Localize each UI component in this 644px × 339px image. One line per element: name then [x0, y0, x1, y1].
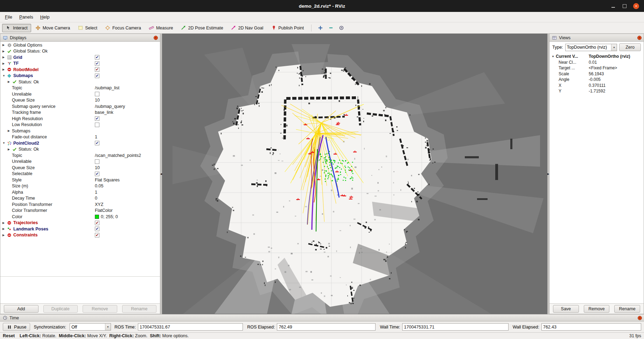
chevron-down-icon[interactable]: ▾ [611, 44, 617, 51]
views-row[interactable]: Angle-0.005 [550, 77, 644, 83]
property-row[interactable]: ▶Grid [0, 54, 160, 61]
menu-help[interactable]: Help [37, 13, 53, 21]
display-row[interactable]: ▶Status: Ok [0, 79, 160, 85]
property-value[interactable]: /scan_matched_points2 [95, 153, 141, 158]
remove-view-button[interactable]: Remove [584, 305, 610, 313]
property-row[interactable]: ▼PointCloud2 [0, 140, 160, 146]
time-field-input[interactable] [277, 323, 376, 331]
property-value[interactable]: Flat Squares [95, 178, 120, 182]
tool-measure[interactable]: Measure [145, 24, 177, 32]
checkbox[interactable] [95, 123, 99, 127]
expand-arrow-icon[interactable]: ▶ [7, 148, 12, 151]
property-row[interactable]: Topic/submap_list [0, 85, 160, 91]
property-value[interactable]: 1 [95, 134, 97, 139]
checkbox[interactable] [95, 227, 99, 231]
3d-viewport[interactable] [162, 34, 547, 314]
property-row[interactable]: Tracking framebase_link [0, 110, 160, 116]
property-row[interactable]: Color0; 255; 0 [0, 214, 160, 220]
time-field-input[interactable] [138, 323, 243, 331]
property-row[interactable]: ▶Trajectories [0, 220, 160, 226]
display-row[interactable]: ▶Global Options [0, 42, 160, 48]
collapse-arrow-icon[interactable]: ▼ [2, 74, 7, 77]
views-row-value[interactable]: TopDownOrtho (rviz) [589, 54, 630, 59]
property-value[interactable]: FlatColor [95, 208, 113, 213]
minimize-icon[interactable] [610, 3, 616, 9]
checkbox[interactable] [95, 159, 99, 164]
property-value[interactable]: XYZ [95, 202, 103, 207]
property-row[interactable]: Selectable [0, 171, 160, 177]
views-row-value[interactable]: <Fixed Frame> [589, 65, 617, 70]
views-panel-close-icon[interactable] [637, 36, 642, 40]
views-row-value[interactable]: 56.1943 [589, 71, 604, 76]
checkbox[interactable] [95, 92, 99, 96]
property-row[interactable]: Fade-out distance1 [0, 134, 160, 140]
property-value[interactable]: 10 [95, 98, 100, 103]
property-row[interactable]: Unreliable [0, 159, 160, 165]
views-row[interactable]: ▼Current V...TopDownOrtho (rviz) [550, 54, 644, 60]
views-row-value[interactable]: -1.71592 [589, 89, 605, 94]
property-value[interactable]: /submap_query [95, 104, 125, 109]
property-value[interactable]: 0 [95, 196, 97, 201]
rename-view-button[interactable]: Rename [614, 305, 640, 313]
checkbox[interactable] [95, 55, 99, 60]
add-button[interactable]: Add [4, 305, 38, 313]
display-row[interactable]: ▶Status: Ok [0, 146, 160, 153]
time-field-input[interactable] [541, 323, 641, 331]
views-row[interactable]: Scale56.1943 [550, 71, 644, 77]
views-row-value[interactable]: 0.370111 [589, 83, 606, 88]
tool-publish-point[interactable]: Publish Point [267, 24, 307, 32]
tool-2d-pose-estimate[interactable]: 2D Pose Estimate [177, 24, 227, 32]
property-row[interactable]: Unreliable [0, 91, 160, 97]
property-row[interactable]: Low Resolution [0, 122, 160, 128]
views-row-value[interactable]: 0.01 [589, 60, 597, 65]
property-row[interactable]: Size (m)0.05 [0, 183, 160, 189]
sync-dropdown[interactable]: Off ▾ [70, 323, 111, 331]
slam-map-canvas[interactable] [162, 34, 547, 314]
expand-arrow-icon[interactable]: ▶ [2, 43, 7, 47]
title-bar[interactable]: demo_2d.rviz* - RViz [0, 0, 644, 12]
property-value[interactable]: base_link [95, 110, 113, 115]
expand-arrow-icon[interactable]: ▶ [2, 68, 7, 71]
displays-panel-close-icon[interactable] [154, 36, 158, 40]
tool-move-camera[interactable]: Move Camera [32, 24, 74, 32]
checkbox[interactable] [95, 67, 99, 72]
views-row-value[interactable]: -0.005 [589, 77, 601, 82]
reset-button[interactable]: Reset [3, 333, 15, 338]
property-row[interactable]: Decay Time0 [0, 195, 160, 202]
tool-interact[interactable]: Interact [2, 24, 31, 32]
tool-properties-button[interactable] [336, 24, 346, 32]
checkbox[interactable] [95, 233, 99, 237]
expand-arrow-icon[interactable]: ▶ [2, 227, 7, 230]
remove-tool-button[interactable] [326, 24, 336, 32]
collapse-arrow-icon[interactable]: ▼ [552, 55, 556, 58]
close-icon[interactable] [633, 3, 639, 9]
property-row[interactable]: ▼Submaps [0, 73, 160, 79]
property-row[interactable]: Queue Size10 [0, 97, 160, 104]
checkbox[interactable] [95, 116, 99, 121]
property-row[interactable]: ▶TF [0, 61, 160, 67]
expand-arrow-icon[interactable]: ▶ [2, 62, 7, 65]
chevron-down-icon[interactable]: ▾ [105, 324, 111, 330]
checkbox[interactable] [95, 74, 99, 78]
property-row[interactable]: Topic/scan_matched_points2 [0, 152, 160, 159]
remove-button[interactable]: Remove [83, 305, 117, 313]
rename-button[interactable]: Rename [122, 305, 157, 313]
property-value[interactable]: /submap_list [95, 85, 119, 90]
checkbox[interactable] [95, 61, 99, 66]
views-row[interactable]: X0.370111 [550, 83, 644, 89]
collapse-arrow-icon[interactable]: ▼ [2, 141, 7, 145]
property-row[interactable]: ▶Constraints [0, 232, 160, 238]
property-row[interactable]: Position TransformerXYZ [0, 201, 160, 208]
views-row[interactable]: Target ...<Fixed Frame> [550, 65, 644, 71]
display-row[interactable]: ▶Global Status: Ok [0, 48, 160, 55]
checkbox[interactable] [95, 141, 99, 145]
expand-arrow-icon[interactable]: ▶ [2, 234, 7, 237]
add-tool-button[interactable] [315, 24, 325, 32]
tool-2d-nav-goal[interactable]: 2D Nav Goal [227, 24, 267, 32]
expand-arrow-icon[interactable]: ▶ [2, 50, 7, 53]
property-row[interactable]: Queue Size10 [0, 165, 160, 171]
property-row[interactable]: Submap query service/submap_query [0, 103, 160, 110]
duplicate-button[interactable]: Duplicate [43, 305, 78, 313]
property-row[interactable]: ▶Landmark Poses [0, 226, 160, 232]
property-row[interactable]: Color TransformerFlatColor [0, 208, 160, 214]
